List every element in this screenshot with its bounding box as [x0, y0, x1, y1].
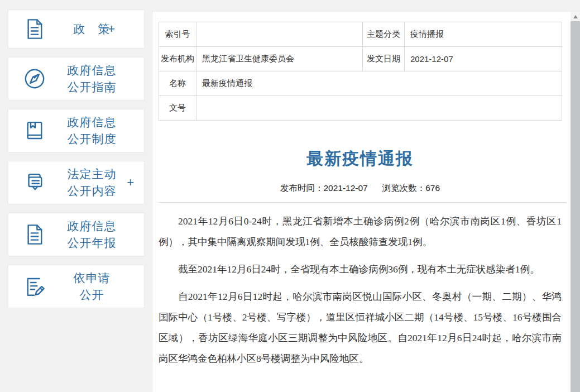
- sidebar-item-info-system[interactable]: 政府信息公开制度: [8, 109, 145, 152]
- meta-value-index: [196, 22, 363, 47]
- article-title: 最新疫情通报: [159, 147, 562, 170]
- meta-label-index: 索引号: [159, 22, 196, 47]
- publish-date: 2021-12-07: [323, 183, 367, 193]
- view-count: 676: [425, 183, 440, 193]
- publish-info: 发布时间：2021-12-07浏览次数：676: [159, 183, 562, 194]
- sidebar-item-policy[interactable]: 政 策 +: [8, 9, 145, 49]
- sidebar-item-annual-report[interactable]: 政府信息公开年报: [8, 213, 145, 256]
- table-row: 名称 最新疫情通报: [159, 71, 562, 96]
- document-icon: [23, 17, 46, 41]
- table-row: 索引号 主题分类 疫情播报: [159, 22, 562, 47]
- sidebar-item-label: 法定主动公开内容: [56, 166, 127, 199]
- article-paragraph: 截至2021年12月6日24时，全省现有本土确诊病例36例，现有本土无症状感染者…: [159, 259, 562, 280]
- sidebar-item-label: 依申请公开: [56, 270, 127, 303]
- meta-value-org: 黑龙江省卫生健康委员会: [196, 47, 363, 71]
- chat-icon: [23, 171, 46, 194]
- table-row: 文号: [159, 96, 562, 121]
- page: 政 策 + 政府信息公开指南 政府信息公开制度 法定主动公开内容 +: [0, 0, 580, 392]
- compass-icon: [23, 67, 46, 90]
- meta-value-date: 2021-12-07: [405, 47, 562, 71]
- sidebar-item-label: 政府信息公开制度: [56, 114, 127, 147]
- sidebar-item-label: 政府信息公开年报: [56, 218, 127, 251]
- meta-label-name: 名称: [159, 71, 196, 96]
- scroll-up-arrow-icon: [573, 15, 578, 18]
- meta-value-topic: 疫情播报: [405, 22, 562, 47]
- sidebar-item-statutory-disclosure[interactable]: 法定主动公开内容 +: [8, 161, 145, 204]
- meta-value-name: 最新疫情通报: [196, 71, 562, 96]
- sidebar: 政 策 + 政府信息公开指南 政府信息公开制度 法定主动公开内容 +: [8, 9, 145, 308]
- meta-value-docno: [196, 96, 562, 121]
- meta-label-topic: 主题分类: [363, 22, 405, 47]
- edit-icon: [23, 275, 46, 298]
- article-body: 2021年12月6日0-24时，黑龙江省新增本土确诊病例2例（哈尔滨市南岗区1例…: [159, 203, 562, 369]
- book-icon: [23, 119, 46, 142]
- expand-plus-icon[interactable]: +: [108, 22, 115, 36]
- article-paragraph: 2021年12月6日0-24时，黑龙江省新增本土确诊病例2例（哈尔滨市南岗区1例…: [159, 211, 562, 252]
- expand-plus-icon[interactable]: +: [127, 175, 134, 190]
- article-paragraph: 自2021年12月6日12时起，哈尔滨市南岗区悦山国际小区、冬奥村（一期、二期）…: [159, 286, 562, 369]
- table-row: 发布机构 黑龙江省卫生健康委员会 发文日期 2021-12-07: [159, 47, 562, 71]
- scroll-up-button[interactable]: [571, 12, 580, 21]
- view-count-label: 浏览次数：: [382, 183, 426, 193]
- publish-time-label: 发布时间：: [280, 183, 324, 193]
- sidebar-item-label: 政 策: [56, 21, 127, 37]
- sidebar-item-apply-disclosure[interactable]: 依申请公开: [8, 265, 145, 308]
- sidebar-item-label: 政府信息公开指南: [56, 62, 127, 95]
- meta-label-docno: 文号: [159, 96, 196, 121]
- meta-label-org: 发布机构: [159, 47, 196, 71]
- meta-label-date: 发文日期: [363, 47, 405, 71]
- document-icon: [23, 223, 46, 246]
- document-meta-table: 索引号 主题分类 疫情播报 发布机构 黑龙江省卫生健康委员会 发文日期 2021…: [159, 22, 562, 121]
- scrollbar-thumb[interactable]: [571, 21, 580, 392]
- sidebar-item-info-guide[interactable]: 政府信息公开指南: [8, 57, 145, 101]
- vertical-scrollbar[interactable]: [571, 12, 580, 392]
- main-panel: 索引号 主题分类 疫情播报 发布机构 黑龙江省卫生健康委员会 发文日期 2021…: [152, 11, 580, 392]
